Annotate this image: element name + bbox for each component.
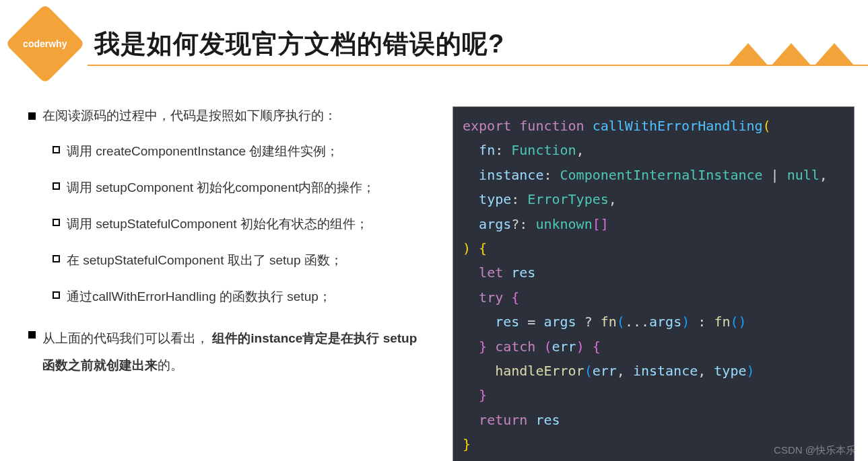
- hollow-square-bullet-icon: [53, 291, 60, 299]
- code-snippet: export function callWithErrorHandling( f…: [453, 106, 855, 461]
- code-param: fn: [479, 142, 495, 158]
- sub-bullet: 在 setupStatefulComponent 取出了 setup 函数；: [53, 248, 426, 273]
- step-text: 调用 createComponentInstance 创建组件实例；: [67, 139, 339, 164]
- conclusion-bullet: 从上面的代码我们可以看出， 组件的instance肯定是在执行 setup 函数…: [28, 325, 426, 379]
- code-type: unknown: [535, 216, 592, 232]
- code-param: type: [479, 191, 511, 207]
- triangle-icon: [814, 43, 855, 66]
- code-optional: ?: [511, 216, 519, 232]
- sub-bullet: 调用 setupStatefulComponent 初始化有状态的组件；: [53, 212, 426, 236]
- slide-header: coderwhy 我是如何发现官方文档的错误的呢?: [0, 0, 868, 74]
- triangle-icon: [771, 43, 811, 66]
- sub-bullet: 调用 setupComponent 初始化component内部的操作；: [53, 176, 426, 200]
- code-brace: {: [593, 339, 601, 355]
- conclusion-suffix: 的。: [158, 358, 183, 372]
- step-text: 调用 setupStatefulComponent 初始化有状态的组件；: [67, 212, 368, 236]
- sub-bullet: 通过callWithErrorHandling 的函数执行 setup；: [53, 285, 426, 309]
- code-var: args: [543, 314, 576, 330]
- code-type: ComponentInternalInstance: [560, 167, 763, 183]
- code-function-name: callWithErrorHandling: [593, 118, 763, 134]
- code-op: :: [698, 314, 706, 330]
- sub-bullet: 调用 createComponentInstance 创建组件实例；: [53, 139, 426, 164]
- square-bullet-icon: [28, 112, 36, 120]
- page-title: 我是如何发现官方文档的错误的呢?: [94, 27, 504, 61]
- code-var: res: [535, 412, 560, 428]
- intro-text: 在阅读源码的过程中，代码是按照如下顺序执行的：: [42, 106, 337, 126]
- code-bracket: (: [543, 339, 552, 355]
- code-brace: {: [479, 240, 487, 256]
- code-keyword: try: [479, 289, 503, 306]
- code-bracket: (: [763, 118, 771, 134]
- square-bullet-icon: [28, 331, 36, 339]
- code-brace: }: [479, 339, 487, 355]
- code-keyword: catch: [495, 339, 535, 355]
- logo-badge: coderwhy: [2, 1, 88, 86]
- code-type: Function: [511, 142, 576, 158]
- code-var: instance: [633, 363, 698, 379]
- step-text: 在 setupStatefulComponent 取出了 setup 函数；: [67, 248, 343, 273]
- code-call: fn: [714, 314, 730, 330]
- hollow-square-bullet-icon: [53, 219, 60, 226]
- code-call: handleError: [495, 363, 584, 379]
- code-type: ErrorTypes: [527, 191, 608, 207]
- logo-text: coderwhy: [23, 38, 67, 49]
- text-column: 在阅读源码的过程中，代码是按照如下顺序执行的： 调用 createCompone…: [28, 106, 426, 461]
- conclusion-prefix: 从上面的代码我们可以看出，: [42, 331, 209, 345]
- code-var: err: [552, 339, 576, 355]
- code-param: instance: [479, 167, 543, 183]
- code-bracket: ): [576, 339, 585, 355]
- triangle-icon: [728, 43, 768, 66]
- code-brace: {: [511, 289, 519, 306]
- code-op: ?: [585, 314, 593, 330]
- code-column: export function callWithErrorHandling( f…: [453, 106, 855, 461]
- slide-content: 在阅读源码的过程中，代码是按照如下顺序执行的： 调用 createCompone…: [0, 74, 868, 461]
- code-param: args: [479, 216, 511, 232]
- code-op: =: [527, 314, 535, 330]
- code-var: type: [714, 363, 746, 379]
- code-var: args: [649, 314, 681, 330]
- code-bracket: ): [463, 240, 471, 256]
- code-keyword: export: [463, 118, 511, 134]
- step-text: 调用 setupComponent 初始化component内部的操作；: [67, 176, 375, 200]
- code-var: res: [495, 314, 519, 330]
- code-brace: }: [479, 387, 487, 403]
- code-brace: }: [463, 436, 471, 452]
- hollow-square-bullet-icon: [53, 182, 60, 190]
- conclusion-text: 从上面的代码我们可以看出， 组件的instance肯定是在执行 setup 函数…: [42, 325, 426, 379]
- main-bullet: 在阅读源码的过程中，代码是按照如下顺序执行的：: [28, 106, 426, 126]
- code-bracket: []: [593, 216, 609, 232]
- decorative-triangles: [728, 43, 855, 66]
- code-keyword: return: [479, 412, 527, 428]
- code-call: fn: [601, 314, 617, 330]
- code-keyword: let: [479, 264, 503, 281]
- hollow-square-bullet-icon: [53, 146, 60, 153]
- step-text: 通过callWithErrorHandling 的函数执行 setup；: [67, 285, 331, 309]
- code-keyword: function: [519, 118, 584, 134]
- code-type: null: [787, 167, 820, 183]
- code-var: res: [511, 264, 535, 281]
- code-op: ...: [625, 314, 649, 330]
- code-var: err: [593, 363, 617, 379]
- watermark: CSDN @快乐本乐: [774, 444, 856, 457]
- hollow-square-bullet-icon: [53, 255, 60, 262]
